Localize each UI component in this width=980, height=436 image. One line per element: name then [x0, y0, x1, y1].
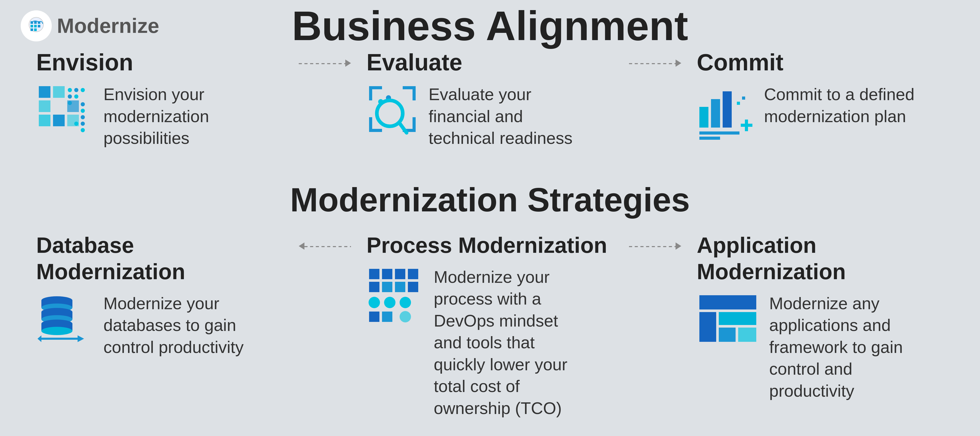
database-icon	[36, 293, 93, 345]
svg-rect-33	[412, 86, 416, 100]
application-column: Application Modernization	[681, 232, 959, 402]
svg-point-22	[81, 102, 85, 107]
svg-point-26	[81, 122, 85, 126]
svg-point-57	[41, 327, 72, 335]
svg-point-25	[74, 122, 78, 126]
svg-rect-46	[745, 119, 748, 131]
svg-rect-2	[34, 21, 37, 24]
strategies-row: Database Modernization	[21, 232, 959, 419]
logo-icon	[26, 16, 46, 36]
svg-point-13	[74, 88, 78, 92]
process-content: Modernize your process with a DevOps min…	[366, 266, 589, 419]
arrow-database-process	[299, 232, 351, 251]
svg-point-15	[68, 94, 72, 99]
evaluate-column: Evaluate	[351, 49, 629, 149]
svg-rect-74	[382, 312, 392, 322]
database-column: Database Modernization	[21, 232, 299, 358]
svg-point-27	[81, 128, 85, 132]
header: Modernize Business Alignment	[21, 10, 959, 41]
application-icon	[697, 293, 759, 345]
envision-icon	[36, 84, 93, 142]
svg-rect-63	[382, 269, 392, 279]
svg-rect-76	[699, 295, 756, 309]
commit-icon	[697, 84, 754, 142]
logo-area: Modernize	[21, 10, 159, 41]
svg-rect-65	[408, 269, 418, 279]
process-header: Process Modernization	[366, 232, 607, 258]
commit-text: Commit to a defined modernization plan	[764, 84, 919, 127]
arrow-process-application	[629, 232, 681, 251]
database-content: Modernize your databases to gain control…	[36, 293, 259, 358]
svg-rect-68	[395, 282, 405, 292]
svg-rect-11	[39, 100, 51, 112]
modernization-strategies-section: Modernization Strategies Database Modern…	[21, 180, 959, 419]
envision-header: Envision	[36, 49, 133, 76]
svg-rect-6	[38, 25, 40, 27]
arrow-right-1	[345, 59, 351, 68]
application-header: Application Modernization	[697, 232, 944, 285]
svg-rect-21	[67, 100, 79, 112]
arrow-envision-evaluate	[299, 49, 351, 68]
commit-content: Commit to a defined modernization plan	[697, 84, 919, 142]
svg-rect-7	[30, 29, 33, 31]
svg-point-16	[74, 94, 78, 99]
svg-rect-35	[412, 117, 416, 132]
svg-rect-5	[34, 25, 37, 27]
svg-rect-44	[699, 137, 720, 140]
svg-rect-73	[369, 312, 379, 322]
application-text: Modernize any applications and framework…	[769, 293, 924, 402]
svg-point-70	[369, 297, 380, 308]
dotted-line-2	[629, 63, 676, 64]
svg-point-75	[399, 311, 411, 322]
application-content: Modernize any applications and framework…	[697, 293, 924, 402]
svg-rect-10	[53, 86, 65, 98]
svg-rect-18	[39, 115, 51, 126]
envision-content: Envision your modernization possibilitie…	[36, 84, 259, 149]
svg-rect-40	[699, 107, 708, 127]
dotted-line-3	[304, 246, 351, 247]
logo-text: Modernize	[57, 14, 159, 38]
process-icon	[366, 266, 423, 324]
evaluate-icon	[366, 84, 418, 142]
page-title: Business Alignment	[292, 2, 688, 50]
envision-column: Envision	[21, 49, 299, 149]
svg-point-72	[399, 297, 411, 308]
svg-rect-4	[30, 25, 33, 27]
svg-rect-69	[408, 282, 418, 292]
svg-rect-67	[382, 282, 392, 292]
svg-point-14	[81, 88, 85, 92]
envision-text: Envision your modernization possibilitie…	[103, 84, 259, 149]
svg-rect-62	[369, 269, 379, 279]
svg-rect-79	[719, 328, 736, 342]
svg-rect-47	[737, 102, 740, 105]
commit-column: Commit	[681, 49, 959, 142]
evaluate-text: Evaluate your financial and technical re…	[429, 84, 584, 149]
evaluate-header: Evaluate	[366, 49, 462, 76]
svg-rect-41	[711, 99, 720, 127]
svg-rect-9	[39, 86, 51, 98]
commit-header: Commit	[697, 49, 783, 76]
business-alignment-row: Envision	[21, 49, 959, 149]
svg-rect-78	[719, 312, 756, 325]
svg-rect-66	[369, 282, 379, 292]
arrow-right-3	[676, 242, 681, 251]
svg-rect-80	[738, 328, 756, 342]
svg-rect-64	[395, 269, 405, 279]
database-header: Database Modernization	[36, 232, 283, 285]
business-alignment-section: Envision	[21, 49, 959, 149]
svg-point-23	[81, 109, 85, 113]
logo-circle	[21, 10, 52, 41]
svg-marker-59	[78, 335, 84, 342]
svg-rect-29	[369, 86, 372, 100]
dotted-line-1	[299, 63, 345, 64]
svg-rect-19	[53, 115, 65, 126]
svg-marker-61	[38, 335, 41, 342]
arrow-evaluate-commit	[629, 49, 681, 68]
svg-rect-48	[742, 97, 745, 100]
svg-rect-77	[699, 312, 716, 342]
svg-point-71	[384, 297, 396, 308]
arrow-right-2	[676, 59, 681, 68]
database-text: Modernize your databases to gain control…	[103, 293, 259, 358]
svg-rect-8	[34, 29, 37, 31]
evaluate-content: Evaluate your financial and technical re…	[366, 84, 584, 149]
